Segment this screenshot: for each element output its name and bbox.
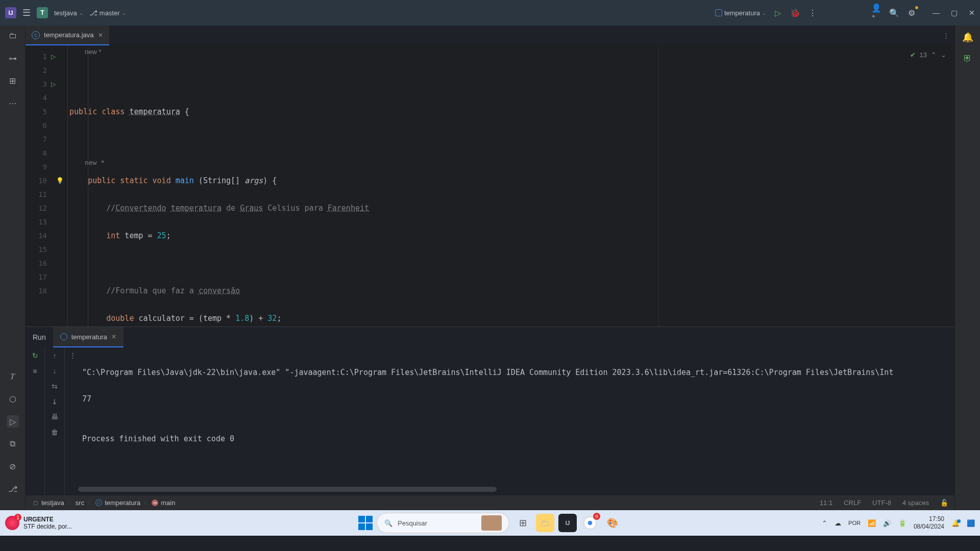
line-separator[interactable]: CRLF (844, 499, 861, 507)
language-icon[interactable]: POR (848, 520, 861, 526)
chevron-down-icon: ⌄ (122, 10, 126, 16)
terminal-tool-icon[interactable]: ⧉ (7, 438, 19, 450)
rerun-button[interactable]: ↻ (32, 352, 38, 360)
breadcrumb[interactable]: Ctemperatura (95, 499, 140, 507)
down-stack-icon[interactable]: ↓ (53, 367, 57, 375)
run-config-icon (60, 333, 67, 340)
main-menu-icon[interactable]: ☰ (22, 7, 31, 18)
services-tool-icon[interactable]: ⬡ (7, 393, 19, 405)
close-tab-icon[interactable]: ✕ (98, 32, 103, 39)
scroll-to-end-icon[interactable]: ⤓ (52, 397, 58, 406)
search-highlight-icon (481, 515, 502, 531)
inspection-count: 13 (920, 51, 927, 59)
readonly-toggle-icon[interactable]: 🔓 (940, 499, 948, 507)
start-button[interactable] (358, 516, 373, 530)
editor-tabs: C temperatura.java ✕ ⋮ (26, 26, 954, 46)
code-editor[interactable]: 123 456 789 101112 131415 161718 ▷ ▷ 💡 p… (26, 46, 954, 327)
settings-icon[interactable]: ⚙ (906, 7, 917, 18)
branch-icon: ⎇ (89, 9, 97, 17)
copilot-icon[interactable]: 🟦 (967, 519, 975, 527)
notifications-tool-icon[interactable]: 🔔 (962, 32, 973, 43)
wifi-icon[interactable]: 📶 (868, 519, 876, 527)
breadcrumb[interactable]: mmain (152, 499, 175, 507)
svg-point-1 (588, 521, 593, 525)
chevron-down-icon: ⌄ (79, 10, 83, 16)
git-tool-icon[interactable]: ⎇ (7, 483, 19, 495)
branch-label: master (100, 9, 120, 17)
onedrive-icon[interactable]: ☁ (835, 519, 841, 527)
stop-button[interactable]: ■ (33, 367, 37, 375)
paint-icon[interactable]: 🎨 (603, 514, 622, 532)
prev-highlight-icon[interactable]: ⌃ (931, 51, 937, 59)
run-line-icon[interactable]: ▷ (51, 78, 66, 91)
check-icon: ✔ (910, 51, 916, 59)
task-view-icon[interactable]: ⊞ (513, 514, 532, 532)
gutter-icons: ▷ ▷ 💡 (51, 46, 66, 327)
news-subtitle: STF decide, por... (23, 523, 72, 530)
right-tool-rail: 🔔 ⛨ (954, 26, 980, 510)
commit-tool-icon[interactable]: ⊶ (7, 52, 19, 64)
close-button[interactable]: ✕ (969, 9, 975, 17)
next-highlight-icon[interactable]: ⌄ (941, 51, 946, 59)
search-placeholder: Pesquisar (398, 519, 476, 527)
intellij-taskbar-icon[interactable]: IJ (558, 514, 577, 532)
notification-bell-icon[interactable]: 🔔 (951, 519, 960, 527)
file-explorer-icon[interactable]: 🗀 (536, 514, 554, 532)
run-config-dropdown[interactable]: temperatura ⌄ (715, 9, 766, 17)
up-stack-icon[interactable]: ↑ (53, 352, 57, 360)
more-tool-icon[interactable]: ⋯ (7, 97, 19, 109)
caret-position[interactable]: 11:1 (820, 499, 832, 507)
console-output[interactable]: "C:\Program Files\Java\jdk-22\bin\java.e… (78, 347, 954, 495)
problems-tool-icon[interactable]: ⊘ (7, 460, 19, 472)
breadcrumb[interactable]: ▢testjava (32, 499, 64, 507)
file-encoding[interactable]: UTF-8 (872, 499, 891, 507)
run-tool-icon[interactable]: ▷ (7, 415, 19, 428)
indent-settings[interactable]: 4 spaces (902, 499, 929, 507)
branch-dropdown[interactable]: ⎇ master ⌄ (89, 9, 126, 17)
taskbar-search[interactable]: 🔍 Pesquisar (377, 513, 509, 533)
search-everywhere-icon[interactable]: 🔍 (889, 7, 900, 18)
volume-icon[interactable]: 🔊 (883, 519, 891, 527)
tray-chevron-icon[interactable]: ⌃ (822, 519, 827, 527)
structure-tool-icon[interactable]: ⊞ (7, 74, 19, 87)
titlebar: IJ ☰ T testjava ⌄ ⎇ master ⌄ temperatura… (0, 0, 980, 26)
minimize-button[interactable]: — (933, 9, 940, 17)
left-tool-rail: 🗀 ⊶ ⊞ ⋯ 𝑇 ⬡ ▷ ⧉ ⊘ ⎇ (0, 26, 26, 510)
close-tab-icon[interactable]: ✕ (111, 333, 116, 340)
clear-all-icon[interactable]: 🗑 (51, 428, 58, 436)
project-tool-icon[interactable]: 🗀 (7, 30, 19, 42)
print-icon[interactable]: 🖶 (51, 413, 58, 421)
soft-wrap-icon[interactable]: ⇆ (52, 382, 58, 390)
intention-bulb-icon[interactable]: 💡 (56, 174, 66, 188)
project-badge: T (37, 7, 48, 18)
more-actions-icon[interactable]: ⋮ (807, 7, 818, 18)
clock[interactable]: 17:50 08/04/2024 (914, 515, 944, 531)
run-config-tab-label: temperatura (71, 333, 107, 341)
run-config-icon (715, 9, 722, 16)
code-with-me-icon[interactable]: 👤⁺ (871, 7, 883, 18)
code-content[interactable]: public class temperatura { new * public … (66, 46, 954, 327)
maximize-button[interactable]: ▢ (951, 9, 958, 17)
project-dropdown[interactable]: testjava ⌄ (54, 9, 83, 17)
bookmarks-tool-icon[interactable]: 𝑇 (7, 370, 19, 383)
news-title: URGENTE (23, 516, 72, 523)
shield-icon[interactable]: ⛨ (963, 53, 972, 64)
windows-taskbar: URGENTE STF decide, por... 🔍 Pesquisar ⊞… (0, 510, 980, 536)
project-name-label: testjava (54, 9, 77, 17)
breadcrumb[interactable]: src (76, 499, 84, 507)
search-icon: 🔍 (384, 519, 393, 527)
debug-button[interactable]: 🐞 (790, 7, 801, 18)
app-icon: IJ (5, 7, 16, 18)
taskbar-widgets[interactable]: URGENTE STF decide, por... (5, 516, 72, 530)
battery-icon[interactable]: 🔋 (898, 519, 906, 527)
inspection-widget[interactable]: ✔ 13 ⌃ ⌄ (910, 51, 946, 59)
run-button[interactable]: ▷ (772, 7, 783, 18)
run-config-tab[interactable]: temperatura ✕ (53, 327, 124, 347)
chrome-icon[interactable]: 0 (581, 514, 599, 532)
horizontal-scrollbar[interactable] (78, 487, 497, 492)
news-icon (5, 516, 19, 530)
more-console-icon[interactable]: ⋮ (67, 347, 78, 495)
run-line-icon[interactable]: ▷ (51, 50, 66, 64)
file-tab[interactable]: C temperatura.java ✕ (26, 26, 109, 45)
tab-more-icon[interactable]: ⋮ (943, 32, 949, 39)
